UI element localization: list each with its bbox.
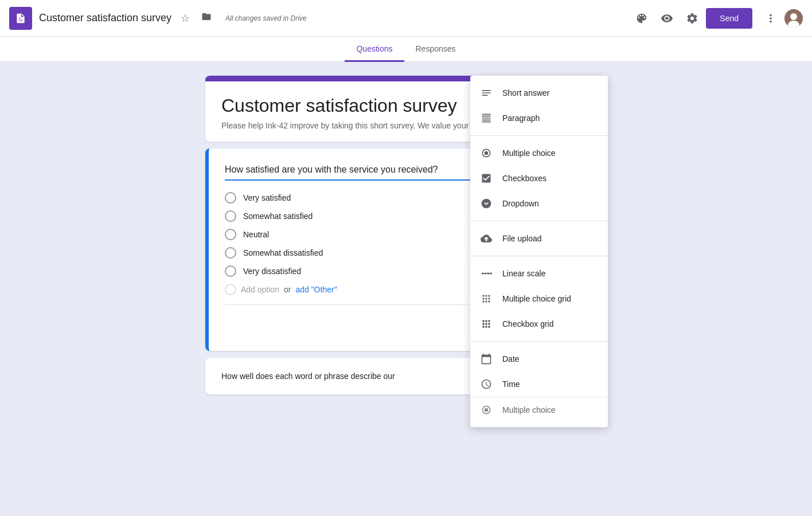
svg-point-11 bbox=[482, 295, 484, 296]
svg-point-15 bbox=[485, 298, 487, 299]
svg-point-16 bbox=[488, 298, 490, 299]
menu-item-checkboxes[interactable]: Checkboxes bbox=[470, 166, 608, 191]
option-label-4: Somewhat dissatisfied bbox=[243, 248, 323, 257]
menu-label-checkbox-grid: Checkbox grid bbox=[502, 319, 554, 329]
menu-item-multiple-choice[interactable]: Multiple choice bbox=[470, 140, 608, 166]
svg-point-5 bbox=[482, 200, 491, 208]
svg-point-14 bbox=[482, 298, 484, 299]
menu-item-short-answer[interactable]: Short answer bbox=[470, 80, 608, 105]
divider-4 bbox=[470, 341, 608, 342]
paragraph-icon bbox=[479, 111, 493, 125]
menu-label-linear-scale: Linear scale bbox=[502, 269, 546, 278]
send-button[interactable]: Send bbox=[706, 8, 752, 29]
add-option-text[interactable]: Add option bbox=[241, 285, 279, 294]
svg-point-30 bbox=[485, 408, 489, 412]
svg-point-13 bbox=[488, 295, 490, 296]
divider-1 bbox=[470, 135, 608, 136]
palette-button[interactable] bbox=[630, 7, 653, 30]
dropdown-menu: Short answer Paragraph Multiple choice C… bbox=[470, 76, 608, 427]
preview-button[interactable] bbox=[655, 7, 678, 30]
radio-add-option bbox=[225, 284, 236, 295]
svg-rect-27 bbox=[485, 326, 487, 327]
more-options-button[interactable] bbox=[759, 7, 782, 30]
radio-neutral[interactable] bbox=[225, 229, 236, 240]
svg-rect-21 bbox=[485, 320, 487, 322]
or-text: or bbox=[284, 285, 291, 294]
divider-2 bbox=[470, 221, 608, 221]
radio-somewhat-satisfied[interactable] bbox=[225, 210, 236, 222]
header-left: Customer satisfaction survey ☆ All chang… bbox=[9, 7, 630, 30]
svg-rect-26 bbox=[482, 326, 484, 327]
svg-rect-20 bbox=[482, 320, 484, 322]
radio-somewhat-dissatisfied[interactable] bbox=[225, 247, 236, 259]
checkbox-grid-icon bbox=[479, 317, 493, 331]
menu-item-dropdown[interactable]: Dropdown bbox=[470, 191, 608, 216]
menu-label-date: Date bbox=[502, 354, 520, 363]
doc-title: Customer satisfaction survey bbox=[39, 12, 171, 24]
main-content: Customer satisfaction survey Please help… bbox=[0, 62, 812, 408]
date-icon bbox=[479, 352, 493, 366]
settings-button[interactable] bbox=[681, 7, 704, 30]
menu-item-date[interactable]: Date bbox=[470, 346, 608, 372]
linear-scale-icon bbox=[479, 267, 493, 280]
header: Customer satisfaction survey ☆ All chang… bbox=[0, 0, 812, 37]
app-icon bbox=[9, 7, 32, 30]
multiple-choice-icon bbox=[479, 146, 493, 160]
menu-label-checkboxes: Checkboxes bbox=[502, 174, 546, 183]
tabs-bar: Questions Responses bbox=[0, 37, 812, 62]
menu-item-checkbox-grid[interactable]: Checkbox grid bbox=[470, 311, 608, 337]
svg-rect-23 bbox=[482, 323, 484, 325]
svg-point-4 bbox=[485, 151, 489, 155]
star-icon[interactable]: ☆ bbox=[178, 10, 192, 27]
short-answer-icon bbox=[479, 86, 493, 100]
file-upload-icon bbox=[479, 232, 493, 245]
menu-label-multiple-choice: Multiple choice bbox=[502, 148, 556, 158]
menu-item-file-upload[interactable]: File upload bbox=[470, 226, 608, 251]
option-label-5: Very dissatisfied bbox=[243, 267, 301, 276]
menu-label-multiple-choice-grid: Multiple choice grid bbox=[502, 294, 571, 303]
svg-point-12 bbox=[485, 295, 487, 296]
menu-item-time[interactable]: Time bbox=[470, 372, 608, 397]
menu-label-partial: Multiple choice bbox=[502, 405, 556, 415]
radio-very-satisfied[interactable] bbox=[225, 192, 236, 204]
svg-rect-24 bbox=[485, 323, 487, 325]
menu-label-paragraph: Paragraph bbox=[502, 114, 540, 123]
svg-rect-28 bbox=[488, 326, 490, 327]
menu-item-multiple-choice-grid[interactable]: Multiple choice grid bbox=[470, 286, 608, 311]
svg-point-19 bbox=[488, 300, 490, 302]
menu-item-linear-scale[interactable]: Linear scale bbox=[470, 261, 608, 286]
menu-label-time: Time bbox=[502, 380, 520, 389]
menu-label-short-answer: Short answer bbox=[502, 88, 549, 97]
svg-point-1 bbox=[790, 13, 797, 20]
add-other-link[interactable]: add "Other" bbox=[295, 285, 337, 294]
multiple-choice-grid-icon bbox=[479, 292, 493, 306]
svg-point-17 bbox=[482, 300, 484, 302]
menu-item-paragraph[interactable]: Paragraph bbox=[470, 105, 608, 131]
save-status: All changes saved in Drive bbox=[225, 14, 306, 22]
option-label-2: Somewhat satisfied bbox=[243, 212, 313, 221]
folder-icon[interactable] bbox=[199, 9, 214, 27]
time-icon bbox=[479, 377, 493, 391]
option-label-3: Neutral bbox=[243, 230, 269, 239]
tab-responses[interactable]: Responses bbox=[404, 37, 467, 62]
header-icons: Send bbox=[630, 7, 803, 30]
svg-rect-25 bbox=[488, 323, 490, 325]
menu-label-file-upload: File upload bbox=[502, 234, 542, 243]
divider-3 bbox=[470, 256, 608, 256]
option-label-1: Very satisfied bbox=[243, 193, 291, 202]
radio-very-dissatisfied[interactable] bbox=[225, 265, 236, 277]
multiple-choice-icon-bottom bbox=[479, 403, 493, 417]
tab-questions[interactable]: Questions bbox=[345, 37, 404, 62]
svg-rect-22 bbox=[488, 320, 490, 322]
dropdown-icon bbox=[479, 197, 493, 210]
svg-point-18 bbox=[485, 300, 487, 302]
checkboxes-icon bbox=[479, 171, 493, 185]
menu-label-dropdown: Dropdown bbox=[502, 199, 539, 208]
menu-item-partial[interactable]: Multiple choice bbox=[470, 397, 608, 423]
avatar[interactable] bbox=[784, 9, 803, 28]
